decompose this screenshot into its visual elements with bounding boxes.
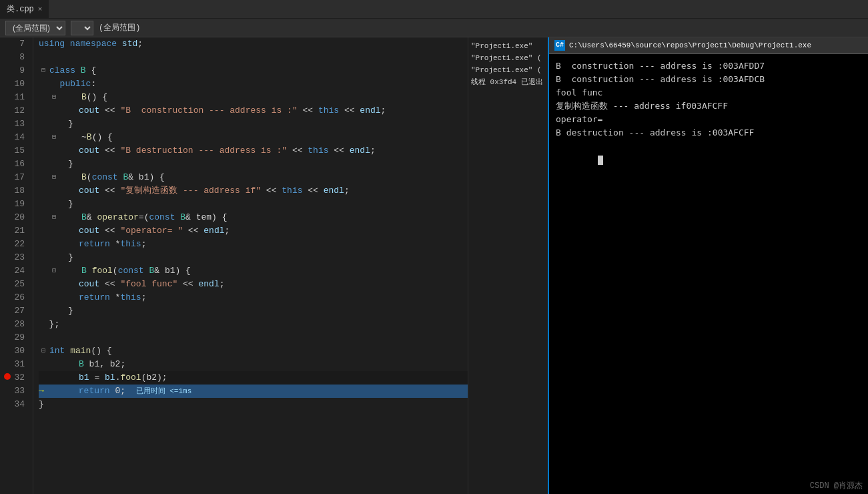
code-editor[interactable]: 7 8 9 10 11 12 13 14 15 16 17 18 19 20 2… [0,37,468,494]
console-line-3: fool func [556,86,861,99]
console-window: C# C:\Users\66459\source\repos\Project1\… [548,37,868,494]
console-line-4: 复制构造函数 --- address if003AFCFF [556,99,861,113]
code-line-17: ⊟B(const B& b1) { [39,171,468,184]
ln-24: 24 [5,264,25,278]
code-line-25: cout << "fool func" << endl; [39,278,468,291]
code-line-8 [39,51,468,64]
collapse-24[interactable]: ⊟ [49,266,59,276]
ln-34: 34 [5,398,25,411]
right-msg-4: 线程 0x3fd4 已退出 [471,76,545,88]
collapse-14[interactable]: ⊟ [49,133,59,142]
code-line-30: ⊟int main() { [39,344,468,358]
code-line-33: →return 0; 已用时间 <=1ms [39,385,468,398]
tab-bar: 类.cpp × [0,0,868,19]
collapse-9[interactable]: ⊟ [39,66,48,75]
console-body: B construction --- address is :003AFDD7 … [549,54,868,477]
watermark: CSDN @肖源杰 [549,477,868,494]
console-title-bar: C# C:\Users\66459\source\repos\Project1\… [549,37,868,54]
ln-16: 16 [5,158,25,171]
console-line-5: operator= [556,113,861,126]
scope-dropdown[interactable]: (全局范围) [5,21,65,35]
code-line-19: } [39,198,468,211]
console-line-6: B destruction --- address is :003AFCFF [556,126,861,140]
collapse-17[interactable]: ⊟ [49,173,59,182]
context-dropdown[interactable] [71,21,93,35]
ln-11: 11 [5,91,25,104]
ln-23: 23 [5,251,25,264]
right-panel: "Project1.exe" "Project1.exe" ( "Project… [468,37,548,494]
collapse-30[interactable]: ⊟ [39,346,48,356]
ln-20: 20 [5,211,25,224]
code-line-21: cout << "operator= " << endl; [39,224,468,238]
ln-30: 30 [5,344,25,358]
collapse-11[interactable]: ⊟ [49,93,59,102]
code-line-7: using namespace std; [39,37,468,51]
toolbar: (全局范围) (全局范围) [0,19,868,37]
code-line-16: } [39,158,468,171]
right-msg-1: "Project1.exe" [471,40,545,52]
ln-10: 10 [5,77,25,91]
ln-33: 33 [5,385,25,398]
ln-28: 28 [5,318,25,331]
console-line-cursor [556,140,861,153]
ln-15: 15 [5,144,25,158]
ln-31: 31 [5,358,25,371]
tab-close-button[interactable]: × [38,5,43,13]
tab-filename: 类.cpp [7,3,34,15]
code-line-24: ⊟B fool(const B& b1) { [39,264,468,278]
code-line-13: } [39,117,468,131]
code-line-26: return *this; [39,291,468,304]
code-line-9: ⊟class B { [39,64,468,77]
ln-17: 17 [5,171,25,184]
main-container: 7 8 9 10 11 12 13 14 15 16 17 18 19 20 2… [0,37,868,494]
scope-label: (全局范围) [99,22,140,33]
code-line-34: } [39,398,468,411]
ln-25: 25 [5,278,25,291]
code-line-14: ⊟~B() { [39,131,468,144]
ln-8: 8 [5,51,25,64]
console-title: C:\Users\66459\source\repos\Project1\Deb… [569,41,811,49]
right-msg-3: "Project1.exe" ( [471,64,545,76]
code-line-15: cout << "B destruction --- address is :"… [39,144,468,158]
console-icon: C# [554,40,565,51]
ln-14: 14 [5,131,25,144]
collapse-20[interactable]: ⊟ [49,213,59,222]
right-msg-2: "Project1.exe" ( [471,52,545,64]
code-line-18: cout << "复制构造函数 --- address if" << this … [39,184,468,198]
console-line-2: B construction --- address is :003AFDCB [556,73,861,86]
ln-22: 22 [5,238,25,251]
cursor [598,156,603,165]
ln-19: 19 [5,198,25,211]
code-line-23: } [39,251,468,264]
ln-32: 32 [5,371,25,385]
console-line-1: B construction --- address is :003AFDD7 [556,59,861,73]
ln-12: 12 [5,104,25,117]
code-line-28: }; [39,318,468,331]
code-line-11: ⊟B() { [39,91,468,104]
code-line-32: b1 = bl.fool(b2); [39,371,468,385]
ln-29: 29 [5,331,25,344]
code-lines[interactable]: using namespace std; ⊟class B { public: … [33,37,468,494]
ln-27: 27 [5,304,25,318]
code-line-22: return *this; [39,238,468,251]
ln-7: 7 [5,37,25,51]
code-line-27: } [39,304,468,318]
ln-9: 9 [5,64,25,77]
ln-13: 13 [5,117,25,131]
code-line-20: ⊟B& operator=(const B& tem) { [39,211,468,224]
code-line-29 [39,331,468,344]
ln-21: 21 [5,224,25,238]
line-numbers: 7 8 9 10 11 12 13 14 15 16 17 18 19 20 2… [0,37,33,494]
ln-18: 18 [5,184,25,198]
ln-26: 26 [5,291,25,304]
code-line-10: public: [39,77,468,91]
code-line-31: B b1, b2; [39,358,468,371]
tab-item-cpp[interactable]: 类.cpp × [0,0,49,18]
code-line-12: cout << "B construction --- address is :… [39,104,468,117]
